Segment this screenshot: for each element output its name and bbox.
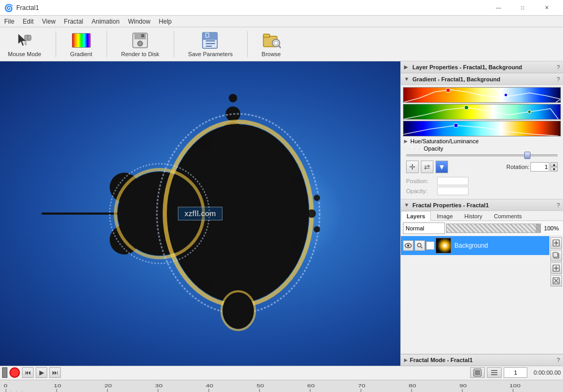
gradient-button[interactable]: Gradient xyxy=(67,29,96,59)
window-controls: — □ ✕ xyxy=(486,0,559,16)
fractal-properties-tabs: Layers Image History Comments xyxy=(401,211,563,221)
svg-point-51 xyxy=(418,243,421,247)
svg-text:10: 10 xyxy=(54,383,61,388)
layer-eye-button[interactable] xyxy=(403,240,413,251)
svg-point-36 xyxy=(200,278,213,291)
layer-zoom-button[interactable] xyxy=(415,240,425,251)
layers-toolbar: Normal Multiply Screen Overlay 100% xyxy=(401,221,563,236)
fractal-properties-header[interactable]: ▼ Fractal Properties - Fractal1 ? xyxy=(401,199,563,211)
maximize-button[interactable]: □ xyxy=(511,0,535,16)
fractal-properties-help[interactable]: ? xyxy=(557,202,560,208)
svg-text:100: 100 xyxy=(509,383,520,388)
fractal-canvas-area[interactable]: xzfll.com xyxy=(0,61,400,366)
move-layer-up-button[interactable] xyxy=(550,262,562,274)
tab-layers[interactable]: Layers xyxy=(401,211,431,221)
opacity-ctrl-input[interactable] xyxy=(437,187,469,195)
timeline-position-thumb[interactable] xyxy=(2,367,7,378)
menu-file[interactable]: File xyxy=(0,16,18,27)
gradient-blue-bar[interactable] xyxy=(403,121,561,136)
svg-rect-65 xyxy=(475,370,480,375)
position-input[interactable] xyxy=(437,177,469,185)
svg-point-38 xyxy=(291,240,301,250)
blend-mode-select[interactable]: Normal Multiply Screen Overlay xyxy=(403,223,445,234)
right-panel: ▶ Layer Properties - Fractal1, Backgroun… xyxy=(400,61,563,366)
menu-edit[interactable]: Edit xyxy=(18,16,38,27)
tab-history[interactable]: History xyxy=(459,211,488,221)
timeline-controls: ⏮ ▶ ⏭ 1 0:00:00.00 xyxy=(0,366,563,380)
app-icon: 🌀 xyxy=(4,4,13,12)
menu-animation[interactable]: Animation xyxy=(88,16,124,27)
svg-point-37 xyxy=(291,177,301,187)
gradient-green-bar[interactable] xyxy=(403,104,561,120)
add-layer-button[interactable] xyxy=(550,237,562,249)
menubar: File Edit View Fractal Animation Window … xyxy=(0,16,563,27)
render-to-disk-icon xyxy=(131,31,150,50)
menu-help[interactable]: Help xyxy=(155,16,176,27)
go-to-start-button[interactable]: ⏮ xyxy=(22,367,34,378)
tab-image[interactable]: Image xyxy=(431,211,459,221)
svg-text:30: 30 xyxy=(155,383,163,388)
opacity-row: · · · · Opacity xyxy=(403,145,561,152)
svg-rect-17 xyxy=(263,34,270,37)
rotation-down-btn[interactable]: ▼ xyxy=(550,167,558,172)
move-up-icon xyxy=(553,264,560,272)
svg-rect-30 xyxy=(41,213,124,215)
gradient-red-bar[interactable] xyxy=(403,87,561,103)
rotation-input[interactable]: 1 xyxy=(530,162,549,172)
gradient-help[interactable]: ? xyxy=(557,76,560,82)
mouse-mode-button[interactable]: Mouse Mode xyxy=(4,29,45,59)
duplicate-icon xyxy=(553,252,560,259)
fractal-mode-help[interactable]: ? xyxy=(557,357,560,363)
render-to-disk-button[interactable]: Render to Disk xyxy=(118,29,163,59)
layer-opacity-bar[interactable] xyxy=(446,224,541,233)
svg-text:0: 0 xyxy=(4,383,7,388)
toolbar-separator-3 xyxy=(174,31,174,57)
transform-reset-btn[interactable]: ⇄ xyxy=(421,161,433,173)
gradient-slider[interactable] xyxy=(406,154,558,156)
fractal-mode-bar[interactable]: ▶ Fractal Mode - Fractal1 ? xyxy=(401,354,563,366)
svg-point-47 xyxy=(528,110,531,113)
tab-comments[interactable]: Comments xyxy=(488,211,527,221)
svg-rect-15 xyxy=(206,34,208,37)
layer-row-background[interactable]: Background xyxy=(401,236,549,255)
layer-properties-header[interactable]: ▶ Layer Properties - Fractal1, Backgroun… xyxy=(401,61,563,73)
time-display: 0:00:00.00 xyxy=(534,369,561,376)
fractal-properties-arrow: ▼ xyxy=(404,202,410,208)
svg-point-19 xyxy=(274,41,278,45)
close-button[interactable]: ✕ xyxy=(535,0,559,16)
window-title: Fractal1 xyxy=(16,4,486,12)
layer-properties-help[interactable]: ? xyxy=(557,64,560,70)
svg-point-50 xyxy=(407,245,409,247)
duplicate-layer-button[interactable] xyxy=(550,250,562,261)
menu-window[interactable]: Window xyxy=(124,16,155,27)
rotation-up-btn[interactable]: ▲ xyxy=(550,162,558,167)
save-parameters-icon xyxy=(201,31,220,50)
delete-layer-button[interactable] xyxy=(550,275,562,287)
gradient-arrow: ▼ xyxy=(404,76,410,82)
layer-check-box[interactable] xyxy=(426,241,434,250)
render-button[interactable] xyxy=(470,367,485,378)
svg-line-52 xyxy=(421,247,422,248)
minimize-button[interactable]: — xyxy=(486,0,511,16)
menu-fractal[interactable]: Fractal xyxy=(60,16,88,27)
frame-input[interactable]: 1 xyxy=(504,367,527,378)
opacity-100-label: 100% xyxy=(542,225,561,231)
slider-thumb[interactable] xyxy=(524,152,530,159)
timeline-record-button[interactable] xyxy=(9,367,20,378)
go-to-end-button[interactable]: ⏭ xyxy=(49,367,61,378)
fractal-mode-arrow: ▶ xyxy=(404,357,408,363)
svg-line-20 xyxy=(279,46,281,48)
play-button[interactable]: ▶ xyxy=(36,367,47,378)
gradient-header[interactable]: ▼ Gradient - Fractal1, Background ? xyxy=(401,73,563,85)
transform-dropdown-btn[interactable]: ▼ xyxy=(435,161,448,173)
toolbar: Mouse Mode Gradient Render to Disk xyxy=(0,27,563,61)
gradient-red-curve xyxy=(403,88,560,102)
fractal-properties-title: Fractal Properties - Fractal1 xyxy=(412,202,557,208)
browse-button[interactable]: Browse xyxy=(258,29,285,59)
list-button[interactable] xyxy=(487,367,502,378)
layers-list: Background xyxy=(401,236,549,354)
transform-move-btn[interactable]: ✛ xyxy=(406,161,419,173)
save-parameters-button[interactable]: Save Parameters xyxy=(185,29,237,59)
svg-point-42 xyxy=(222,292,254,329)
menu-view[interactable]: View xyxy=(38,16,60,27)
